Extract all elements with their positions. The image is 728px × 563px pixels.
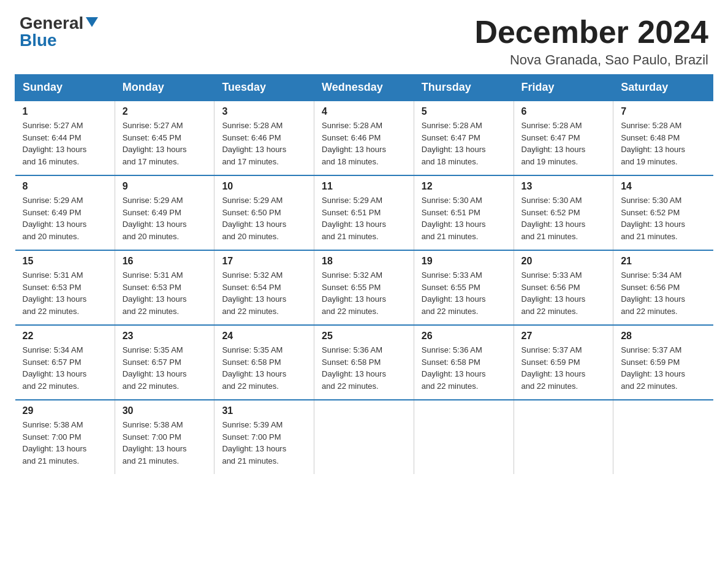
day-info: Sunrise: 5:29 AM Sunset: 6:49 PM Dayligh…	[23, 194, 107, 242]
calendar-cell: 19 Sunrise: 5:33 AM Sunset: 6:55 PM Dayl…	[414, 250, 514, 325]
calendar-cell: 10 Sunrise: 5:29 AM Sunset: 6:50 PM Dayl…	[214, 175, 314, 250]
day-number: 29	[23, 405, 107, 416]
day-number: 30	[123, 405, 207, 416]
day-number: 17	[222, 256, 306, 267]
day-number: 15	[23, 256, 107, 267]
day-number: 11	[322, 181, 406, 192]
day-info: Sunrise: 5:30 AM Sunset: 6:52 PM Dayligh…	[521, 194, 606, 242]
day-info: Sunrise: 5:34 AM Sunset: 6:56 PM Dayligh…	[621, 269, 705, 317]
header-friday: Friday	[514, 75, 613, 101]
calendar-cell: 6 Sunrise: 5:28 AM Sunset: 6:47 PM Dayli…	[514, 101, 613, 175]
calendar-cell: 23 Sunrise: 5:35 AM Sunset: 6:57 PM Dayl…	[115, 325, 214, 400]
day-number: 12	[422, 181, 506, 192]
day-info: Sunrise: 5:28 AM Sunset: 6:47 PM Dayligh…	[521, 120, 606, 167]
day-number: 5	[422, 106, 506, 117]
day-info: Sunrise: 5:31 AM Sunset: 6:53 PM Dayligh…	[23, 269, 107, 317]
calendar-cell: 4 Sunrise: 5:28 AM Sunset: 6:46 PM Dayli…	[314, 101, 414, 175]
day-info: Sunrise: 5:38 AM Sunset: 7:00 PM Dayligh…	[23, 419, 107, 467]
header-saturday: Saturday	[613, 75, 713, 101]
calendar-week-row: 22 Sunrise: 5:34 AM Sunset: 6:57 PM Dayl…	[15, 325, 713, 400]
calendar-cell: 3 Sunrise: 5:28 AM Sunset: 6:46 PM Dayli…	[214, 101, 314, 175]
day-number: 24	[222, 331, 306, 342]
day-info: Sunrise: 5:35 AM Sunset: 6:57 PM Dayligh…	[123, 344, 207, 392]
calendar-week-row: 8 Sunrise: 5:29 AM Sunset: 6:49 PM Dayli…	[15, 175, 713, 250]
day-info: Sunrise: 5:32 AM Sunset: 6:55 PM Dayligh…	[322, 269, 406, 317]
calendar-cell: 18 Sunrise: 5:32 AM Sunset: 6:55 PM Dayl…	[314, 250, 414, 325]
calendar-cell: 1 Sunrise: 5:27 AM Sunset: 6:44 PM Dayli…	[15, 101, 115, 175]
calendar-cell: 13 Sunrise: 5:30 AM Sunset: 6:52 PM Dayl…	[514, 175, 613, 250]
calendar-cell: 25 Sunrise: 5:36 AM Sunset: 6:58 PM Dayl…	[314, 325, 414, 400]
calendar-week-row: 29 Sunrise: 5:38 AM Sunset: 7:00 PM Dayl…	[15, 400, 713, 474]
day-info: Sunrise: 5:29 AM Sunset: 6:51 PM Dayligh…	[322, 194, 406, 242]
calendar-cell	[613, 400, 713, 474]
calendar-cell: 9 Sunrise: 5:29 AM Sunset: 6:49 PM Dayli…	[115, 175, 214, 250]
logo: General Blue	[20, 15, 98, 49]
day-number: 27	[521, 331, 606, 342]
calendar-cell: 28 Sunrise: 5:37 AM Sunset: 6:59 PM Dayl…	[613, 325, 713, 400]
day-number: 13	[521, 181, 606, 192]
day-info: Sunrise: 5:28 AM Sunset: 6:48 PM Dayligh…	[621, 120, 705, 167]
day-info: Sunrise: 5:31 AM Sunset: 6:53 PM Dayligh…	[123, 269, 207, 317]
day-info: Sunrise: 5:27 AM Sunset: 6:45 PM Dayligh…	[123, 120, 207, 167]
day-number: 16	[123, 256, 207, 267]
day-number: 23	[123, 331, 207, 342]
day-info: Sunrise: 5:28 AM Sunset: 6:47 PM Dayligh…	[422, 120, 506, 167]
header-wednesday: Wednesday	[314, 75, 414, 101]
calendar-cell: 5 Sunrise: 5:28 AM Sunset: 6:47 PM Dayli…	[414, 101, 514, 175]
day-number: 2	[123, 106, 207, 117]
day-info: Sunrise: 5:30 AM Sunset: 6:51 PM Dayligh…	[422, 194, 506, 242]
header-thursday: Thursday	[414, 75, 514, 101]
calendar-cell: 20 Sunrise: 5:33 AM Sunset: 6:56 PM Dayl…	[514, 250, 613, 325]
day-info: Sunrise: 5:28 AM Sunset: 6:46 PM Dayligh…	[322, 120, 406, 167]
day-number: 28	[621, 331, 705, 342]
day-info: Sunrise: 5:29 AM Sunset: 6:50 PM Dayligh…	[222, 194, 306, 242]
calendar-cell: 16 Sunrise: 5:31 AM Sunset: 6:53 PM Dayl…	[115, 250, 214, 325]
calendar-cell: 21 Sunrise: 5:34 AM Sunset: 6:56 PM Dayl…	[613, 250, 713, 325]
page-title: December 2024	[474, 15, 708, 50]
page-subtitle: Nova Granada, Sao Paulo, Brazil	[474, 52, 708, 68]
day-number: 1	[23, 106, 107, 117]
day-info: Sunrise: 5:36 AM Sunset: 6:58 PM Dayligh…	[322, 344, 406, 392]
calendar-week-row: 1 Sunrise: 5:27 AM Sunset: 6:44 PM Dayli…	[15, 101, 713, 175]
day-info: Sunrise: 5:38 AM Sunset: 7:00 PM Dayligh…	[123, 419, 207, 467]
day-info: Sunrise: 5:35 AM Sunset: 6:58 PM Dayligh…	[222, 344, 306, 392]
day-number: 6	[521, 106, 606, 117]
day-number: 3	[222, 106, 306, 117]
calendar-cell: 15 Sunrise: 5:31 AM Sunset: 6:53 PM Dayl…	[15, 250, 115, 325]
calendar-cell: 7 Sunrise: 5:28 AM Sunset: 6:48 PM Dayli…	[613, 101, 713, 175]
day-number: 31	[222, 405, 306, 416]
day-info: Sunrise: 5:28 AM Sunset: 6:46 PM Dayligh…	[222, 120, 306, 167]
calendar-cell: 2 Sunrise: 5:27 AM Sunset: 6:45 PM Dayli…	[115, 101, 214, 175]
day-number: 9	[123, 181, 207, 192]
day-info: Sunrise: 5:30 AM Sunset: 6:52 PM Dayligh…	[621, 194, 705, 242]
title-block: December 2024 Nova Granada, Sao Paulo, B…	[474, 15, 708, 68]
header-tuesday: Tuesday	[214, 75, 314, 101]
day-number: 25	[322, 331, 406, 342]
header-sunday: Sunday	[15, 75, 115, 101]
day-number: 18	[322, 256, 406, 267]
calendar-cell: 27 Sunrise: 5:37 AM Sunset: 6:59 PM Dayl…	[514, 325, 613, 400]
day-number: 4	[322, 106, 406, 117]
calendar-cell: 31 Sunrise: 5:39 AM Sunset: 7:00 PM Dayl…	[214, 400, 314, 474]
calendar-cell: 30 Sunrise: 5:38 AM Sunset: 7:00 PM Dayl…	[115, 400, 214, 474]
day-info: Sunrise: 5:32 AM Sunset: 6:54 PM Dayligh…	[222, 269, 306, 317]
day-number: 7	[621, 106, 705, 117]
day-info: Sunrise: 5:29 AM Sunset: 6:49 PM Dayligh…	[123, 194, 207, 242]
day-info: Sunrise: 5:37 AM Sunset: 6:59 PM Dayligh…	[621, 344, 705, 392]
day-number: 20	[521, 256, 606, 267]
day-number: 21	[621, 256, 705, 267]
calendar-cell: 29 Sunrise: 5:38 AM Sunset: 7:00 PM Dayl…	[15, 400, 115, 474]
calendar-week-row: 15 Sunrise: 5:31 AM Sunset: 6:53 PM Dayl…	[15, 250, 713, 325]
calendar-cell: 12 Sunrise: 5:30 AM Sunset: 6:51 PM Dayl…	[414, 175, 514, 250]
calendar-header-row: Sunday Monday Tuesday Wednesday Thursday…	[15, 75, 713, 101]
day-info: Sunrise: 5:33 AM Sunset: 6:55 PM Dayligh…	[422, 269, 506, 317]
day-info: Sunrise: 5:36 AM Sunset: 6:58 PM Dayligh…	[422, 344, 506, 392]
calendar-cell: 17 Sunrise: 5:32 AM Sunset: 6:54 PM Dayl…	[214, 250, 314, 325]
logo-general: General	[20, 15, 83, 32]
day-info: Sunrise: 5:27 AM Sunset: 6:44 PM Dayligh…	[23, 120, 107, 167]
calendar-cell	[514, 400, 613, 474]
logo-triangle-icon	[86, 17, 98, 27]
day-info: Sunrise: 5:39 AM Sunset: 7:00 PM Dayligh…	[222, 419, 306, 467]
calendar-cell	[414, 400, 514, 474]
day-info: Sunrise: 5:33 AM Sunset: 6:56 PM Dayligh…	[521, 269, 606, 317]
